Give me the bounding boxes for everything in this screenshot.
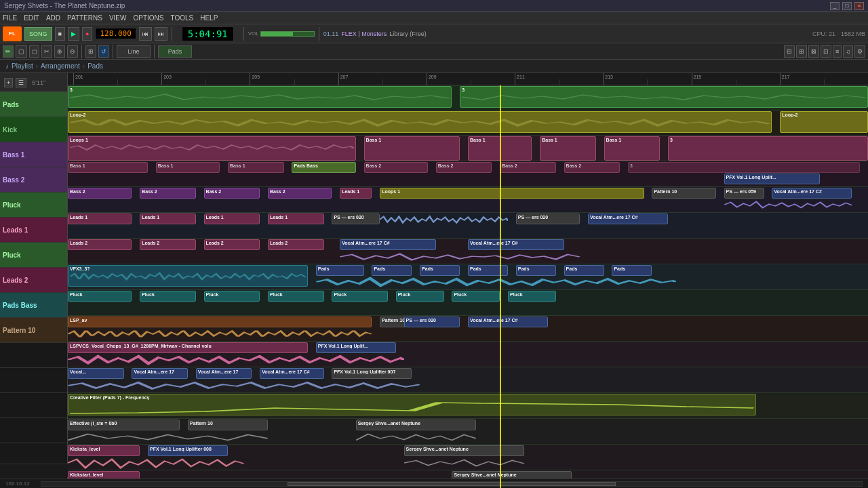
master-vol-slider[interactable] bbox=[260, 31, 315, 37]
clip-t7-2[interactable]: Leads 2 bbox=[140, 239, 196, 250]
menu-patterns[interactable]: PATTERNS bbox=[67, 14, 102, 22]
breadcrumb-arrangement[interactable]: Arrangement bbox=[41, 62, 80, 70]
sidebar-track-6[interactable]: Leads 1 bbox=[0, 218, 67, 243]
play-button[interactable]: ▶ bbox=[68, 27, 79, 41]
clip-t5-7[interactable]: Pattern 10 bbox=[652, 188, 715, 199]
step-back[interactable]: ⏮ bbox=[139, 27, 152, 41]
zoom-in[interactable]: ⊕ bbox=[54, 45, 65, 58]
clip-t14-2[interactable]: Pattern 10 bbox=[188, 420, 268, 430]
menu-add[interactable]: ADD bbox=[46, 14, 60, 22]
clip-t12-1[interactable]: Vocal... bbox=[68, 368, 124, 379]
clip-t10-3[interactable]: PS — ers 020 bbox=[404, 317, 460, 327]
clip-t14-1[interactable]: Effective (l_ste = 0b0 bbox=[68, 420, 180, 430]
clip-t6-4[interactable]: Leads 1 bbox=[268, 214, 324, 224]
clip-t12-5[interactable]: PFX Vol.1 Long Uplifter 007 bbox=[332, 368, 412, 379]
clip-t7-1[interactable]: Leads 2 bbox=[68, 239, 132, 250]
clip-t11-2[interactable]: PFX Vol.1 Long Uplif... bbox=[316, 342, 396, 353]
clip-t4-6[interactable]: Bass 2 bbox=[436, 162, 492, 173]
cut-tool[interactable]: ✂ bbox=[41, 45, 52, 58]
clip-t3-2[interactable]: Bass 1 bbox=[364, 136, 460, 161]
clip-t1-2[interactable]: 3 bbox=[460, 86, 868, 108]
clip-t15-3[interactable]: Sergey Shve...anet Neptune bbox=[404, 445, 524, 456]
clip-t7-3[interactable]: Leads 2 bbox=[204, 239, 260, 250]
clip-t8-5[interactable]: Pads bbox=[468, 265, 508, 276]
clip-t7-5[interactable]: Vocal Atm...ere 17 C# bbox=[340, 239, 436, 250]
sidebar-track-8[interactable]: Leads 2 bbox=[0, 268, 67, 293]
clip-t6-3[interactable]: Leads 1 bbox=[204, 214, 260, 224]
clip-t9-1[interactable]: Pluck bbox=[68, 291, 132, 302]
clip-t8-7[interactable]: Pads bbox=[564, 265, 604, 276]
clip-t4-2[interactable]: Bass 1 bbox=[156, 162, 220, 173]
pads-dropdown[interactable]: Pads bbox=[158, 45, 192, 58]
clip-t10-1[interactable]: LSP_av bbox=[68, 317, 372, 327]
clip-t9-3[interactable]: Pluck bbox=[204, 291, 260, 302]
loop-btn[interactable]: ↺ bbox=[98, 45, 109, 58]
menu-file[interactable]: FILE bbox=[3, 14, 17, 22]
clip-t9-8[interactable]: Pluck bbox=[508, 291, 556, 302]
snap-btn[interactable]: ⊞ bbox=[85, 45, 96, 58]
clip-t6-6[interactable]: PS — ers 020 bbox=[516, 214, 580, 224]
add-track-btn[interactable]: + bbox=[4, 78, 13, 87]
clip-t4-1[interactable]: Bass 1 bbox=[68, 162, 148, 173]
horizontal-scrollbar[interactable] bbox=[41, 481, 863, 487]
clip-t5-6[interactable]: Loops 1 bbox=[380, 188, 644, 199]
clip-t4-7[interactable]: Bass 2 bbox=[500, 162, 556, 173]
clip-t11-1[interactable]: LSPVCS_Vocal_Chops_13_G#_1288PM_Mrtwav -… bbox=[68, 342, 308, 353]
draw-tool[interactable]: ✏ bbox=[3, 45, 14, 58]
tracks-scroll[interactable]: 3 3 Loop-2 bbox=[68, 85, 868, 488]
sidebar-track-3[interactable]: Bass 1 bbox=[0, 142, 67, 167]
menu-tools[interactable]: TOOLS bbox=[170, 14, 193, 22]
minimize-button[interactable]: _ bbox=[830, 2, 840, 10]
sidebar-track-7[interactable]: Pluck bbox=[0, 243, 67, 268]
sidebar-track-14[interactable] bbox=[0, 418, 67, 443]
clip-t6-5[interactable]: PS — ers 020 bbox=[332, 214, 380, 224]
clip-t5-2[interactable]: Bass 2 bbox=[140, 188, 196, 199]
clip-t9-4[interactable]: Pluck bbox=[268, 291, 324, 302]
clip-t4-5[interactable]: Bass 2 bbox=[364, 162, 428, 173]
clip-t3-3[interactable]: Bass 1 bbox=[468, 136, 532, 161]
sidebar-track-10[interactable]: Pattern 10 bbox=[0, 318, 67, 343]
sidebar-track-11[interactable] bbox=[0, 343, 67, 368]
clip-t8-6[interactable]: Pads bbox=[516, 265, 556, 276]
clip-t1-1[interactable]: 3 bbox=[68, 86, 452, 108]
record-button[interactable]: ● bbox=[82, 27, 92, 41]
clip-t5-9[interactable]: Vocal Atm...ere 17 C# bbox=[772, 188, 852, 199]
settings-btn[interactable]: ⚙ bbox=[854, 45, 865, 58]
menu-view[interactable]: VIEW bbox=[109, 14, 127, 22]
clip-t7-4[interactable]: Leads 2 bbox=[268, 239, 324, 250]
clip-t4-8[interactable]: Bass 2 bbox=[564, 162, 620, 173]
clip-t2-1[interactable]: Loop-2 bbox=[68, 111, 772, 133]
breadcrumb-playlist[interactable]: Playlist bbox=[12, 62, 33, 70]
clip-t9-2[interactable]: Pluck bbox=[140, 291, 196, 302]
clip-t4-4[interactable]: Pads Bass bbox=[292, 162, 355, 173]
piano-btn[interactable]: ♫ bbox=[843, 45, 853, 58]
clip-t15-1[interactable]: Kicksta_level bbox=[68, 445, 140, 456]
clip-t8-2[interactable]: Pads bbox=[316, 265, 364, 276]
sidebar-track-4[interactable]: Bass 2 bbox=[0, 167, 67, 192]
mixer-btn[interactable]: ≡ bbox=[833, 45, 842, 58]
view-btn1[interactable]: ⊟ bbox=[784, 45, 795, 58]
view-btn3[interactable]: ⊠ bbox=[808, 45, 819, 58]
view-btn4[interactable]: ⊡ bbox=[821, 45, 831, 58]
clip-t4-3[interactable]: Bass 1 bbox=[228, 162, 284, 173]
sidebar-track-9[interactable]: Pads Bass bbox=[0, 293, 67, 318]
clip-t9-7[interactable]: Pluck bbox=[452, 291, 500, 302]
breadcrumb-pads[interactable]: Pads bbox=[87, 62, 103, 70]
line-dropdown[interactable]: Line bbox=[117, 45, 151, 58]
step-fwd[interactable]: ⏭ bbox=[155, 27, 167, 41]
clip-t3-5[interactable]: Bass 1 bbox=[604, 136, 660, 161]
select-tool[interactable]: ▢ bbox=[16, 45, 27, 58]
clip-t6-1[interactable]: Leads 1 bbox=[68, 214, 132, 224]
clip-t2-2[interactable]: Loop-2 bbox=[780, 111, 868, 133]
scrollbar-thumb[interactable] bbox=[288, 482, 616, 486]
song-pat-toggle[interactable]: SONG bbox=[24, 27, 52, 41]
erase-tool[interactable]: ◻ bbox=[29, 45, 39, 58]
clip-t5-1[interactable]: Bass 2 bbox=[68, 188, 132, 199]
sidebar-track-5[interactable]: Pluck bbox=[0, 192, 67, 218]
clip-t13-auto[interactable]: Creative Filter (Pads 7) - Frequency bbox=[68, 394, 756, 415]
clip-t9-5[interactable]: Pluck bbox=[332, 291, 388, 302]
clip-t3-1[interactable]: Loops 1 bbox=[68, 136, 356, 161]
clip-t15-2[interactable]: PFX Vol.1 Long Uplifter 008 bbox=[148, 445, 228, 456]
clip-t3-6[interactable]: 3 bbox=[668, 136, 868, 161]
clip-t12-3[interactable]: Vocal Atm...ere 17 bbox=[196, 368, 252, 379]
